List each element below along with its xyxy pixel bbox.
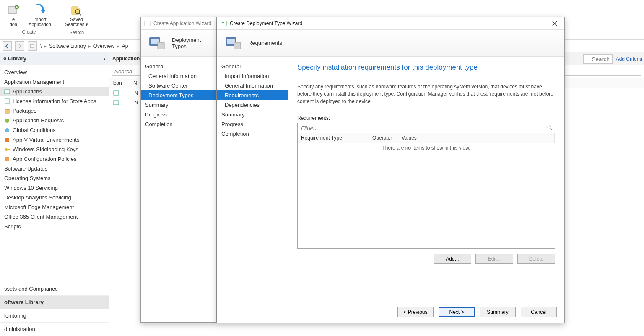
col-values[interactable]: Values bbox=[398, 133, 555, 143]
tree-desktop-analytics[interactable]: Desktop Analytics Servicing bbox=[0, 193, 109, 202]
col-icon[interactable]: Icon bbox=[109, 80, 130, 86]
import-app-icon bbox=[33, 3, 47, 17]
tree-app-mgmt[interactable]: Application Management bbox=[0, 77, 109, 87]
requirements-label: Requirements: bbox=[297, 115, 555, 121]
workspace-administration[interactable]: dministration bbox=[0, 323, 109, 336]
tree-license-info[interactable]: License Information for Store Apps bbox=[0, 96, 109, 106]
add-criteria-link[interactable]: Add Criteria bbox=[616, 56, 642, 62]
right-utilities: Add Criteria bbox=[583, 54, 642, 64]
tree-operating-systems[interactable]: Operating Systems bbox=[0, 173, 109, 183]
svg-rect-14 bbox=[114, 101, 119, 105]
summary-button[interactable]: Summary bbox=[480, 307, 516, 317]
grid-header: Requirement Type Operator Values bbox=[298, 133, 555, 143]
nav-forward-button[interactable] bbox=[15, 41, 24, 51]
wizard2-nav-completion[interactable]: Completion bbox=[217, 129, 288, 139]
wizard1-nav-softcenter[interactable]: Software Center bbox=[141, 81, 216, 90]
tree-overview[interactable]: Overview bbox=[0, 67, 109, 77]
applications-icon bbox=[4, 89, 10, 95]
previous-button[interactable]: < Previous bbox=[397, 307, 434, 317]
tree-office365[interactable]: Office 365 Client Management bbox=[0, 212, 109, 222]
collapse-icon[interactable]: ‹ bbox=[104, 55, 105, 62]
svg-rect-20 bbox=[221, 21, 227, 26]
wizard2-nav-progress[interactable]: Progress bbox=[217, 119, 288, 129]
svg-rect-24 bbox=[234, 42, 241, 49]
tree-win10-servicing[interactable]: Windows 10 Servicing bbox=[0, 183, 109, 193]
svg-rect-16 bbox=[145, 21, 151, 26]
breadcrumb-item[interactable]: Ap bbox=[122, 43, 128, 49]
tree-software-updates[interactable]: Software Updates bbox=[0, 164, 109, 173]
tree-appv[interactable]: App-V Virtual Environments bbox=[0, 135, 109, 145]
wizard2-nav-geninfo[interactable]: General Information bbox=[217, 81, 288, 90]
breadcrumb-item[interactable]: Overview bbox=[93, 43, 114, 49]
breadcrumb[interactable]: \▸ Software Library▸ Overview▸ Ap bbox=[40, 43, 128, 49]
wizard2-titlebar: Create Deployment Type Wizard bbox=[217, 17, 564, 30]
col-name[interactable]: N bbox=[130, 80, 140, 86]
svg-point-7 bbox=[5, 119, 9, 123]
wizard1-nav-general[interactable]: General bbox=[141, 62, 216, 71]
workspace-monitoring[interactable]: lonitoring bbox=[0, 309, 109, 323]
wizard1-nav-progress[interactable]: Progress bbox=[141, 110, 216, 119]
tree-scripts[interactable]: Scripts bbox=[0, 222, 109, 231]
wizard2-nav-general[interactable]: General bbox=[217, 62, 288, 71]
wizard1-title: Create Application Wizard bbox=[153, 21, 211, 26]
workspace-assets[interactable]: ssets and Compliance bbox=[0, 282, 109, 296]
tree-app-requests[interactable]: Application Requests bbox=[0, 116, 109, 125]
leftnav-title: e Library bbox=[3, 55, 26, 62]
search-icon bbox=[547, 125, 553, 131]
workspace-software-library[interactable]: oftware Library bbox=[0, 296, 109, 309]
wizard1-banner-title: Deployment Types bbox=[172, 37, 210, 49]
leftnav-tree: Overview Application Management Applicat… bbox=[0, 65, 109, 282]
svg-rect-12 bbox=[5, 157, 9, 161]
ribbon-group-label: Create bbox=[22, 29, 36, 34]
wizard2-title: Create Deployment Type Wizard bbox=[230, 21, 302, 26]
app-row-icon bbox=[113, 100, 119, 106]
wizard2-nav-dependencies[interactable]: Dependencies bbox=[217, 100, 288, 110]
filter-input[interactable] bbox=[297, 123, 555, 133]
wizard2-banner: Requirements bbox=[217, 30, 564, 57]
svg-rect-11 bbox=[7, 149, 10, 150]
wizard1-nav-geninfo[interactable]: General Information bbox=[141, 71, 216, 81]
wizard1-nav-deptypes[interactable]: Deployment Types bbox=[141, 90, 216, 100]
add-button[interactable]: Add... bbox=[434, 254, 471, 264]
wizard2-nav-importinfo[interactable]: Import Information bbox=[217, 71, 288, 81]
license-icon bbox=[4, 98, 10, 104]
svg-rect-3 bbox=[31, 44, 34, 48]
create-application-button[interactable]: e tion bbox=[4, 3, 23, 28]
grid-empty-message: There are no items to show in this view. bbox=[298, 143, 555, 248]
next-button[interactable]: Next > bbox=[439, 307, 475, 317]
ribbon-label: Import Application bbox=[29, 17, 51, 27]
svg-point-25 bbox=[548, 126, 551, 129]
create-app-icon bbox=[7, 3, 20, 17]
svg-rect-19 bbox=[158, 42, 164, 49]
edit-button: Edit... bbox=[475, 254, 513, 264]
ribbon-group-search: Saved Searches ▾ Search bbox=[58, 2, 96, 39]
wizard1-nav-completion[interactable]: Completion bbox=[141, 119, 216, 129]
breadcrumb-item[interactable]: Software Library bbox=[49, 43, 86, 49]
tree-applications[interactable]: Applications bbox=[0, 87, 109, 96]
wizard2-nav-summary[interactable]: Summary bbox=[217, 110, 288, 119]
tree-sideloading[interactable]: Windows Sideloading Keys bbox=[0, 145, 109, 154]
tree-global-conditions[interactable]: Global Conditions bbox=[0, 125, 109, 135]
close-button[interactable] bbox=[548, 19, 561, 28]
cancel-button[interactable]: Cancel bbox=[521, 307, 557, 317]
wizard2-heading: Specify installation requirements for th… bbox=[297, 63, 555, 72]
tree-edge-mgmt[interactable]: Microsoft Edge Management bbox=[0, 202, 109, 212]
package-icon bbox=[4, 108, 10, 114]
import-application-button[interactable]: Import Application bbox=[26, 3, 54, 28]
wizard2-content: Specify installation requirements for th… bbox=[288, 57, 564, 323]
wizard2-nav-requirements[interactable]: Requirements bbox=[217, 90, 288, 100]
tree-packages[interactable]: Packages bbox=[0, 106, 109, 116]
nav-back-button[interactable] bbox=[3, 41, 12, 51]
saved-searches-button[interactable]: Saved Searches ▾ bbox=[62, 3, 91, 28]
computer-icon bbox=[224, 35, 242, 52]
col-req-type[interactable]: Requirement Type bbox=[298, 133, 369, 143]
right-search-input[interactable] bbox=[583, 54, 613, 64]
wizard1-nav-summary[interactable]: Summary bbox=[141, 100, 216, 110]
nav-home-button[interactable] bbox=[28, 41, 37, 51]
col-operator[interactable]: Operator bbox=[369, 133, 398, 143]
tree-app-config[interactable]: App Configuration Policies bbox=[0, 154, 109, 164]
create-application-wizard: Create Application Wizard Deployment Typ… bbox=[140, 17, 217, 323]
computer-icon bbox=[148, 35, 166, 52]
left-navigation: e Library ‹ Overview Application Managem… bbox=[0, 52, 109, 336]
breadcrumb-item[interactable]: \ bbox=[40, 43, 42, 49]
